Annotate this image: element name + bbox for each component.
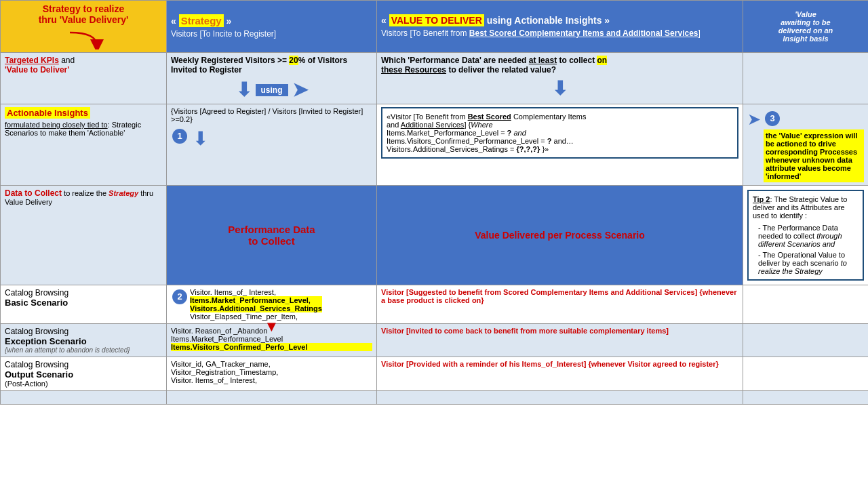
header-strategy-prefix: « bbox=[171, 16, 179, 26]
arrow-right-insight: ➤ bbox=[747, 110, 761, 129]
tip2-bullet2: - The Operational Value to deliver by ea… bbox=[758, 251, 859, 275]
insight-col3: «Visitor [To Benefit from Best Scored Co… bbox=[377, 104, 743, 186]
insight-and: and bbox=[387, 121, 401, 129]
insight-main: Actionable Insights bbox=[5, 107, 90, 119]
insight-text6: Visitors.Additional_Services_Ratings = {… bbox=[387, 145, 549, 153]
tip2-bullet1: - The Performance Data needed to collect… bbox=[758, 224, 859, 248]
red-arrow-down: ▼ bbox=[264, 318, 279, 336]
kpi-atleast: at least bbox=[529, 56, 557, 65]
header-col4: 'Value awaiting to be delivered on an In… bbox=[743, 1, 869, 53]
header-col3-sub3: ] bbox=[698, 28, 701, 38]
section-col1: Data to Collect to realize the Strategy … bbox=[1, 186, 167, 285]
header-value-prefix: « bbox=[381, 15, 389, 26]
insight-text4: Items.Market_Performance_Level = ? and bbox=[387, 129, 526, 137]
output-title1: Catalog Browsing bbox=[5, 360, 162, 369]
kpi-row: Targeted KPIs and 'Value to Deliver' Wee… bbox=[1, 53, 869, 104]
header-col2: « Strategy » Visitors [To Incite to Regi… bbox=[167, 1, 377, 53]
exception-col3: Visitor [Invited to come back to benefit… bbox=[377, 324, 743, 357]
output-col1: Catalog Browsing Output Scenario (Post-A… bbox=[1, 357, 167, 391]
kpi-these: these Resources bbox=[381, 65, 446, 75]
bottom-col1 bbox=[1, 391, 167, 405]
insight-text3: ] {Where bbox=[464, 121, 492, 129]
insight-col4: ➤ 3 the 'Value' expression will be actio… bbox=[743, 104, 869, 186]
insight-box: «Visitor [To Benefit from Best Scored Co… bbox=[381, 107, 738, 159]
section-col2: Performance Data to Collect bbox=[167, 186, 377, 285]
section-value: Value Delivered per Process Scenario bbox=[475, 230, 645, 241]
arrow-down-insight: ⬇ bbox=[193, 127, 208, 150]
output-col2: Visitor_id, GA_Tracker_name, Visitor_Reg… bbox=[167, 357, 377, 391]
tip2-box: Tip 2: The Strategic Value to deliver an… bbox=[747, 190, 864, 281]
insight-best: Best Scored bbox=[468, 113, 511, 121]
basic-title1: Catalog Browsing bbox=[5, 288, 162, 298]
exception-scenario-row: Catalog Browsing Exception Scenario {whe… bbox=[1, 324, 869, 357]
output-col3: Visitor [Provided with a reminder of his… bbox=[377, 357, 743, 391]
header-strategy-suffix: » bbox=[224, 16, 232, 26]
basic-col2: 2 Visitor. Items_of_ Interest, Items.Mar… bbox=[167, 285, 377, 324]
output-col2-line1: Visitor_id, GA_Tracker_name, bbox=[171, 360, 372, 368]
curved-arrow-icon bbox=[63, 29, 104, 49]
header-col4-line3: delivered bbox=[778, 26, 811, 35]
output-scenario-row: Catalog Browsing Output Scenario (Post-A… bbox=[1, 357, 869, 391]
insight-sub1: formulated being closely tied to bbox=[5, 121, 108, 129]
header-col1: Strategy to realize thru 'Value Delivery… bbox=[1, 1, 167, 53]
header-strategy-word: Strategy bbox=[179, 14, 224, 27]
output-col2-line2: Visitor_Registration_Timestamp, bbox=[171, 368, 372, 376]
insight-text5: Items.Visitors_Confirmed_Performance_Lev… bbox=[387, 137, 574, 145]
basic-col4 bbox=[743, 285, 869, 324]
basic-col2-line1: Visitor. Items_of_ Interest, bbox=[190, 288, 322, 296]
section-sub: to realize the bbox=[62, 189, 108, 197]
section-header-row: Data to Collect to realize the Strategy … bbox=[1, 186, 869, 285]
section-perf: Performance Data bbox=[171, 224, 372, 235]
basic-col3-text: Visitor [Suggested to benefit from Score… bbox=[381, 288, 736, 304]
insight-col4-content: 3 the 'Value' expression will be actione… bbox=[764, 110, 864, 182]
section-strategy: Strategy bbox=[108, 189, 138, 197]
header-col3-sub2: Best Scored Complementary Items and Addi… bbox=[469, 28, 698, 38]
insight-text2: Complementary Items bbox=[511, 113, 587, 121]
bottom-col3 bbox=[377, 391, 743, 405]
exception-col4 bbox=[743, 324, 869, 357]
insight-col4-text: the 'Value' expression will be actioned … bbox=[764, 129, 864, 182]
basic-scenario-row: Catalog Browsing Basic Scenario 2 Visito… bbox=[1, 285, 869, 324]
exception-title2: Exception Scenario bbox=[5, 336, 162, 346]
basic-col2-line3: Visitors.Additional_Services_Ratings bbox=[190, 304, 322, 312]
basic-col2-line2: Items.Market_Performance_Level, bbox=[190, 296, 322, 304]
output-col3-text: Visitor [Provided with a reminder of his… bbox=[381, 360, 719, 368]
output-note: (Post-Action) bbox=[5, 380, 162, 388]
header-col3: « VALUE TO DELIVER using Actionable Insi… bbox=[377, 1, 743, 53]
header-col3-sub1: Visitors [To Benefit from bbox=[381, 28, 469, 38]
badge-3: 3 bbox=[765, 111, 780, 126]
output-col2-line3: Visitor. Items_of_ Interest, bbox=[171, 376, 372, 384]
header-col1-line2: thru 'Value Delivery' bbox=[5, 14, 162, 25]
insight-col2: {Visitors [Agreed to Register] / Visitor… bbox=[167, 104, 377, 186]
exception-title1: Catalog Browsing bbox=[5, 327, 162, 336]
exception-note: {when an attempt to abandon is detected} bbox=[5, 346, 162, 354]
badge-2: 2 bbox=[172, 289, 187, 304]
main-table: Strategy to realize thru 'Value Delivery… bbox=[0, 0, 868, 405]
exception-col2-line2: Items.Market_Performance_Level bbox=[171, 335, 372, 343]
output-title2: Output Scenario bbox=[5, 369, 162, 380]
kpi-col4 bbox=[743, 53, 869, 104]
header-value-middle: using Actionable Insights » bbox=[484, 15, 610, 26]
section-collect: to Collect bbox=[171, 235, 372, 247]
arrow-down-kpi: ⬇ bbox=[236, 79, 252, 101]
bottom-row bbox=[1, 391, 869, 405]
arrow-down-kpi2: ⬇ bbox=[552, 78, 568, 99]
header-col1-line1: Strategy to realize bbox=[5, 3, 162, 14]
exception-col2-line3: Items.Visitors_Confirmed_Perfo_Level bbox=[171, 343, 372, 351]
arrow-right-kpi: ➤ bbox=[292, 79, 308, 101]
exception-col1: Catalog Browsing Exception Scenario {whe… bbox=[1, 324, 167, 357]
header-strategy-sub: Visitors [To Incite to Register] bbox=[171, 29, 372, 39]
output-col4 bbox=[743, 357, 869, 391]
insight-sub: formulated being closely tied to: Strate… bbox=[5, 121, 162, 137]
insight-additional: Additional Services bbox=[401, 121, 465, 129]
badge-1: 1 bbox=[172, 129, 187, 144]
section-data: Data to Collect bbox=[5, 188, 62, 198]
basic-col2-line4: Visitor_Elapsed_Time_per_Item, bbox=[190, 312, 322, 321]
basic-col2-text: Visitor. Items_of_ Interest, Items.Marke… bbox=[190, 288, 322, 321]
kpi-on: on bbox=[597, 56, 607, 65]
kpi-col3: Which 'Performance Data' are needed at l… bbox=[377, 53, 743, 104]
kpi-mid: and bbox=[59, 56, 75, 65]
insight-formula: {Visitors [Agreed to Register] / Visitor… bbox=[171, 107, 372, 123]
insight-text1: «Visitor [To Benefit from bbox=[387, 113, 468, 121]
bottom-col2 bbox=[167, 391, 377, 405]
